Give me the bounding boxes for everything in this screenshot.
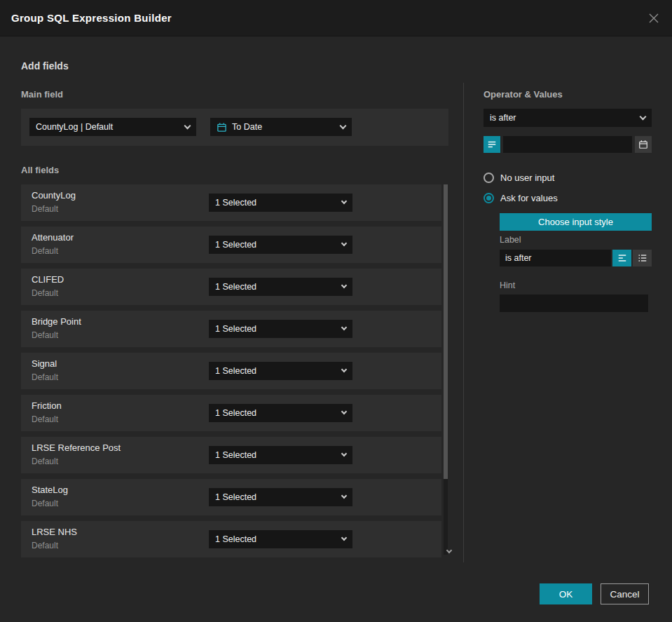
radio-ask-for-values[interactable]: Ask for values [484, 193, 558, 203]
cancel-button[interactable]: Cancel [601, 583, 649, 604]
value-input[interactable] [503, 136, 632, 153]
field-selection-select[interactable]: 1 Selected [209, 278, 352, 296]
all-fields-label: All fields [21, 165, 59, 175]
main-field-strip: CountyLog | Default To Date [21, 109, 448, 146]
chevron-down-icon [341, 451, 347, 457]
radio-label: No user input [500, 173, 554, 183]
main-field-select[interactable]: CountyLog | Default [29, 118, 196, 136]
value-input-row [484, 136, 652, 153]
field-selection-select[interactable]: 1 Selected [209, 404, 352, 422]
chevron-down-icon [341, 241, 347, 246]
field-row: CountyLog Default 1 Selected [21, 184, 441, 221]
label-input-row [500, 250, 652, 266]
operator-selected-value: is after [490, 113, 635, 123]
dialog-header: Group SQL Expression Builder [0, 0, 672, 36]
field-selection-value: 1 Selected [215, 240, 336, 250]
operator-values-heading: Operator & Values [484, 89, 563, 100]
field-name: LRSE Reference Post [32, 442, 121, 453]
field-row: LRSE NHS Default 1 Selected [21, 521, 441, 557]
field-selection-value: 1 Selected [215, 408, 336, 418]
radio-circle-selected-icon [484, 193, 494, 203]
align-left-icon[interactable] [612, 250, 631, 266]
date-field-selected-value: To Date [232, 122, 335, 132]
field-name: CLIFED [32, 274, 64, 285]
close-icon[interactable] [645, 10, 662, 27]
field-selection-select[interactable]: 1 Selected [209, 488, 352, 506]
field-selection-select[interactable]: 1 Selected [209, 320, 352, 338]
field-subtitle: Default [32, 414, 58, 424]
field-subtitle: Default [32, 330, 58, 340]
field-selection-value: 1 Selected [215, 282, 336, 292]
chevron-down-icon [341, 198, 347, 204]
field-subtitle: Default [32, 541, 58, 550]
field-selection-value: 1 Selected [215, 450, 336, 460]
field-selection-value: 1 Selected [215, 324, 336, 334]
field-selection-value: 1 Selected [215, 198, 336, 208]
label-input[interactable] [500, 250, 611, 266]
scrollbar-down-arrow-icon[interactable] [441, 551, 451, 553]
hint-input[interactable] [500, 295, 648, 312]
list-scrollbar-thumb[interactable] [444, 184, 448, 479]
field-row: LRSE Reference Post Default 1 Selected [21, 437, 441, 473]
chevron-down-icon [341, 493, 347, 499]
field-name: Attenuator [32, 232, 74, 243]
field-name: CountyLog [32, 190, 76, 201]
field-selection-select[interactable]: 1 Selected [209, 446, 352, 464]
chevron-down-icon [341, 409, 347, 414]
dialog-title: Group SQL Expression Builder [11, 12, 172, 24]
field-subtitle: Default [32, 246, 58, 256]
field-selection-select[interactable]: 1 Selected [209, 362, 352, 380]
add-fields-heading: Add fields [21, 60, 69, 72]
field-subtitle: Default [32, 288, 58, 298]
field-name: StateLog [32, 485, 68, 495]
radio-label: Ask for values [500, 193, 558, 203]
main-field-selected-value: CountyLog | Default [36, 122, 179, 132]
field-row: Signal Default 1 Selected [21, 353, 441, 389]
bulleted-list-icon[interactable] [633, 250, 652, 266]
field-selection-value: 1 Selected [215, 492, 336, 502]
field-name: Signal [32, 358, 57, 369]
chevron-down-icon [640, 113, 647, 120]
field-selection-value: 1 Selected [215, 366, 336, 376]
field-name: Friction [32, 400, 62, 411]
choose-input-style-button[interactable]: Choose input style [500, 213, 652, 231]
operator-select[interactable]: is after [484, 109, 652, 127]
field-subtitle: Default [32, 372, 58, 382]
label-caption: Label [500, 235, 521, 245]
field-selection-select[interactable]: 1 Selected [209, 194, 352, 212]
field-row: Attenuator Default 1 Selected [21, 227, 441, 263]
chevron-down-icon [341, 283, 347, 288]
radio-no-user-input[interactable]: No user input [484, 173, 554, 183]
field-row: StateLog Default 1 Selected [21, 479, 441, 515]
field-subtitle: Default [32, 457, 58, 466]
field-selection-value: 1 Selected [215, 534, 336, 544]
date-field-select[interactable]: To Date [210, 118, 352, 136]
chevron-down-icon [341, 325, 347, 330]
panel-divider [463, 83, 464, 562]
calendar-picker-icon[interactable] [635, 136, 652, 153]
chevron-down-icon [341, 367, 347, 372]
field-subtitle: Default [32, 499, 58, 508]
main-field-label: Main field [21, 89, 63, 100]
ok-button[interactable]: OK [540, 583, 592, 604]
value-input-mode-icon[interactable] [484, 136, 500, 153]
field-name: Bridge Point [32, 316, 81, 327]
field-name: LRSE NHS [32, 527, 77, 537]
radio-circle-icon [484, 173, 494, 183]
calendar-icon [217, 122, 227, 133]
chevron-down-icon [184, 122, 191, 129]
field-row: Friction Default 1 Selected [21, 395, 441, 431]
field-row: CLIFED Default 1 Selected [21, 269, 441, 305]
chevron-down-icon [341, 535, 347, 541]
field-row: Bridge Point Default 1 Selected [21, 311, 441, 347]
field-selection-select[interactable]: 1 Selected [209, 236, 352, 254]
hint-caption: Hint [500, 280, 515, 290]
field-selection-select[interactable]: 1 Selected [209, 530, 352, 548]
field-subtitle: Default [32, 204, 58, 214]
chevron-down-icon [340, 122, 347, 129]
